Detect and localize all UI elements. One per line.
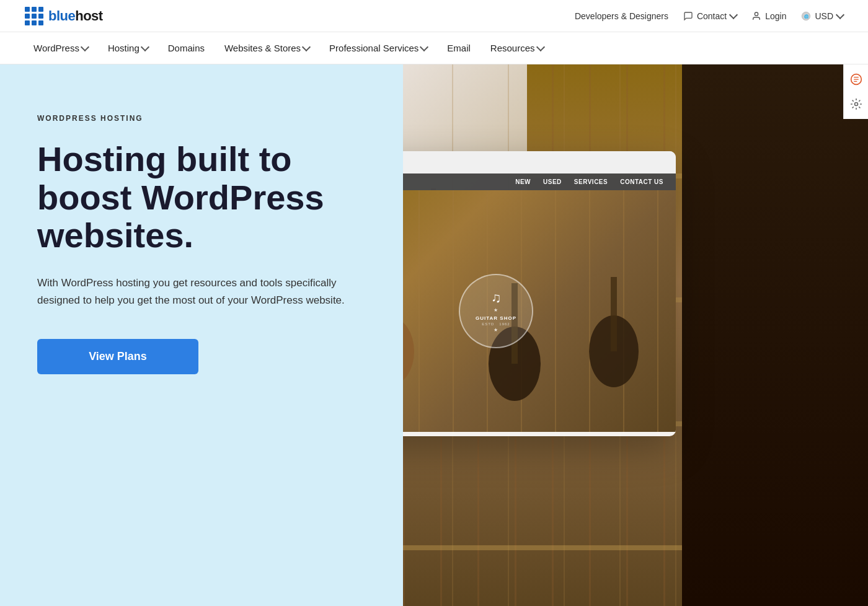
shop-name-label: GUITAR SHOP bbox=[476, 315, 516, 321]
websites-chevron-icon bbox=[302, 43, 311, 51]
nav-websites-stores[interactable]: Websites & Stores bbox=[216, 38, 318, 58]
hosting-chevron-icon bbox=[141, 43, 149, 51]
flag-icon: 🌐 bbox=[801, 11, 811, 21]
user-icon bbox=[751, 11, 761, 21]
browser-mockup: NEW USED SERVICES CONTACT US bbox=[403, 151, 676, 436]
shop-estd: ESTD 1962 bbox=[482, 322, 510, 326]
browser-titlebar bbox=[403, 151, 676, 173]
svg-text:🌐: 🌐 bbox=[804, 14, 809, 19]
browser-content: NEW USED SERVICES CONTACT US bbox=[403, 173, 676, 436]
guitar-site-body: ♫ ★ GUITAR SHOP ESTD 1962 ★ bbox=[403, 190, 676, 432]
hero-title: Hosting built to boost WordPress website… bbox=[37, 140, 366, 255]
hero-section: WORDPRESS HOSTING Hosting built to boost… bbox=[0, 64, 868, 606]
top-bar: bluehost Developers & Designers Contact … bbox=[0, 0, 868, 32]
hero-left: WORDPRESS HOSTING Hosting built to boost… bbox=[0, 64, 403, 606]
chat-icon bbox=[850, 73, 862, 86]
currency-selector[interactable]: 🌐 USD bbox=[801, 11, 843, 21]
developers-link[interactable]: Developers & Designers bbox=[575, 11, 668, 21]
nav-professional-services[interactable]: Professional Services bbox=[321, 38, 436, 58]
logo-area[interactable]: bluehost bbox=[25, 7, 103, 25]
mockup-guitars bbox=[403, 190, 676, 432]
resources-chevron-icon bbox=[536, 43, 544, 51]
star-line-top: ★ bbox=[494, 307, 499, 313]
contact-link[interactable]: Contact bbox=[683, 11, 737, 21]
hero-right: NEW USED SERVICES CONTACT US bbox=[403, 64, 868, 606]
nav-domains[interactable]: Domains bbox=[159, 38, 213, 58]
professional-chevron-icon bbox=[420, 43, 428, 51]
person-silhouette bbox=[682, 64, 868, 606]
settings-icon bbox=[850, 98, 862, 110]
svg-point-0 bbox=[755, 12, 758, 15]
settings-icon-button[interactable] bbox=[846, 94, 866, 114]
top-right-nav: Developers & Designers Contact Login 🌐 U… bbox=[575, 11, 843, 21]
brand-name: bluehost bbox=[48, 8, 103, 24]
sidebar-icons bbox=[843, 64, 868, 119]
main-nav: WordPress Hosting Domains Websites & Sto… bbox=[0, 32, 868, 64]
wordpress-chevron-icon bbox=[81, 43, 89, 51]
view-plans-button[interactable]: View Plans bbox=[37, 339, 198, 374]
contact-icon bbox=[683, 11, 693, 21]
nav-email[interactable]: Email bbox=[438, 38, 479, 58]
star-line-bottom: ★ bbox=[494, 327, 499, 333]
login-link[interactable]: Login bbox=[751, 11, 786, 21]
guitar-shop-badge: ♫ ★ GUITAR SHOP ESTD 1962 ★ bbox=[459, 274, 533, 348]
currency-chevron-icon bbox=[836, 11, 844, 19]
svg-point-25 bbox=[403, 317, 414, 385]
svg-point-32 bbox=[854, 103, 857, 106]
chat-icon-button[interactable] bbox=[846, 69, 866, 89]
nav-resources[interactable]: Resources bbox=[482, 38, 552, 58]
nav-wordpress[interactable]: WordPress bbox=[25, 38, 97, 58]
guitar-icon: ♫ bbox=[491, 290, 502, 306]
svg-rect-30 bbox=[611, 277, 617, 351]
nav-hosting[interactable]: Hosting bbox=[99, 38, 157, 58]
hero-subtitle: With WordPress hosting you get resources… bbox=[37, 274, 360, 309]
contact-chevron-icon bbox=[729, 11, 738, 19]
guitar-site-nav: NEW USED SERVICES CONTACT US bbox=[403, 173, 676, 190]
logo-grid-icon bbox=[25, 7, 43, 25]
hero-eyebrow: WORDPRESS HOSTING bbox=[37, 114, 366, 123]
